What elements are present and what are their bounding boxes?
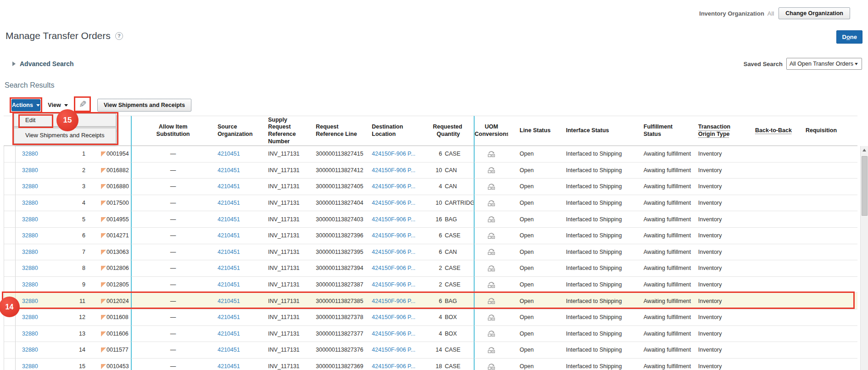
transfer-order-link[interactable]: 32880: [22, 216, 38, 223]
column-header-fulfillment-status[interactable]: Fulfillment Status: [640, 116, 696, 146]
source-organization-link[interactable]: 4210451: [218, 314, 240, 320]
cell-row-selector[interactable]: [4, 260, 16, 277]
column-header-supply-request-reference-number[interactable]: Supply Request Reference Number: [267, 116, 314, 146]
transfer-order-link[interactable]: 32880: [22, 183, 38, 190]
destination-location-link[interactable]: 424150F-906 P...: [372, 200, 415, 206]
transfer-order-link[interactable]: 32880: [22, 281, 38, 288]
cell-row-selector[interactable]: [4, 228, 16, 244]
source-organization-link[interactable]: 4210451: [218, 298, 240, 304]
column-header-allow-item-substitution[interactable]: Allow Item Substitution: [131, 116, 214, 146]
view-shipments-and-receipts-button[interactable]: View Shipments and Receipts: [97, 99, 191, 112]
uom-conversions-icon[interactable]: [487, 265, 495, 272]
cell-row-selector[interactable]: [4, 342, 16, 359]
source-organization-link[interactable]: 4210451: [218, 265, 240, 271]
table-row[interactable]: 3288070013063—4210451INV_117131300000113…: [4, 244, 857, 261]
source-organization-link[interactable]: 4210451: [218, 249, 240, 255]
source-organization-link[interactable]: 4210451: [218, 200, 240, 206]
column-header-transaction-origin-type[interactable]: Transaction Origin Type: [696, 116, 751, 146]
uom-conversions-icon[interactable]: [487, 183, 495, 190]
transfer-order-link[interactable]: 32880: [22, 265, 38, 271]
cell-row-selector[interactable]: [4, 244, 16, 261]
column-header-request-reference-line[interactable]: Request Reference Line: [314, 116, 370, 146]
column-header-uom-conversions[interactable]: UOM Conversions: [474, 116, 508, 146]
uom-conversions-icon[interactable]: [487, 297, 495, 304]
source-organization-link[interactable]: 4210451: [218, 232, 240, 239]
column-header-requested-quantity[interactable]: Requested Quantity: [421, 116, 474, 146]
destination-location-link[interactable]: 424150F-906 P...: [372, 331, 415, 337]
destination-location-link[interactable]: 424150F-906 P...: [372, 232, 415, 239]
advanced-search-toggle[interactable]: Advanced Search: [12, 60, 74, 67]
transfer-order-link[interactable]: 32880: [22, 200, 38, 206]
source-organization-link[interactable]: 4210451: [218, 347, 240, 353]
uom-conversions-icon[interactable]: [487, 363, 495, 370]
table-row[interactable]: 32880140011577—4210451INV_11713130000011…: [4, 342, 857, 359]
destination-location-link[interactable]: 424150F-906 P...: [372, 151, 415, 157]
cell-row-selector[interactable]: [4, 326, 16, 342]
source-organization-link[interactable]: 4210451: [218, 281, 240, 288]
source-organization-link[interactable]: 4210451: [218, 151, 240, 157]
column-header-line-status[interactable]: Line Status: [508, 116, 553, 146]
uom-conversions-icon[interactable]: [487, 330, 495, 337]
cell-row-selector[interactable]: [4, 179, 16, 195]
table-row[interactable]: 32880120011608—4210451INV_11713130000011…: [4, 309, 857, 326]
column-header-destination-location[interactable]: Destination Location: [370, 116, 421, 146]
uom-conversions-icon[interactable]: [487, 151, 495, 157]
source-organization-link[interactable]: 4210451: [218, 331, 240, 337]
destination-location-link[interactable]: 424150F-906 P...: [372, 298, 415, 304]
uom-conversions-icon[interactable]: [487, 281, 495, 288]
table-row[interactable]: 3288060014271—4210451INV_117131300000113…: [4, 228, 857, 244]
uom-conversions-icon[interactable]: [487, 347, 495, 353]
destination-location-link[interactable]: 424150F-906 P...: [372, 281, 415, 288]
actions-button[interactable]: Actions: [11, 99, 40, 111]
change-organization-button[interactable]: Change Organization: [778, 7, 850, 19]
cell-row-selector[interactable]: [4, 163, 16, 179]
table-row[interactable]: 3288040017500—4210451INV_117131300000113…: [4, 195, 857, 212]
destination-location-link[interactable]: 424150F-906 P...: [372, 183, 415, 190]
destination-location-link[interactable]: 424150F-906 P...: [372, 314, 415, 320]
table-row[interactable]: 32880130011606—4210451INV_11713130000011…: [4, 326, 857, 342]
done-button[interactable]: Done: [836, 30, 862, 44]
uom-conversions-icon[interactable]: [487, 314, 495, 321]
table-row[interactable]: 3288030016880—4210451INV_117131300000113…: [4, 179, 857, 195]
table-row[interactable]: 32880150010453—4210451INV_11713130000011…: [4, 359, 857, 370]
vertical-scrollbar[interactable]: [860, 146, 868, 370]
table-row[interactable]: 3288090012805—4210451INV_117131300000113…: [4, 277, 857, 293]
table-row[interactable]: 3288020016882—4210451INV_117131300000113…: [4, 163, 857, 179]
transfer-order-link[interactable]: 32880: [22, 232, 38, 239]
uom-conversions-icon[interactable]: [487, 200, 495, 207]
help-icon[interactable]: ?: [115, 32, 123, 40]
column-header-source-organization[interactable]: Source Organization: [214, 116, 267, 146]
destination-location-link[interactable]: 424150F-906 P...: [372, 216, 415, 223]
destination-location-link[interactable]: 424150F-906 P...: [372, 363, 415, 370]
column-header-back-to-back[interactable]: Back-to-Back: [751, 116, 801, 146]
cell-row-selector[interactable]: [4, 359, 16, 370]
source-organization-link[interactable]: 4210451: [218, 167, 240, 174]
transfer-order-link[interactable]: 32880: [22, 249, 38, 255]
table-row[interactable]: 32880110012024—4210451INV_11713130000011…: [4, 293, 857, 309]
table-row[interactable]: 3288050014955—4210451INV_117131300000113…: [4, 211, 857, 228]
transfer-order-link[interactable]: 32880: [22, 363, 38, 370]
destination-location-link[interactable]: 424150F-906 P...: [372, 167, 415, 174]
column-header-interface-status[interactable]: Interface Status: [553, 116, 640, 146]
transfer-order-link[interactable]: 32880: [22, 314, 38, 320]
saved-search-select[interactable]: All Open Transfer Orders ▼: [786, 58, 862, 70]
destination-location-link[interactable]: 424150F-906 P...: [372, 347, 415, 353]
transfer-order-link[interactable]: 32880: [22, 298, 38, 304]
destination-location-link[interactable]: 424150F-906 P...: [372, 265, 415, 271]
transfer-order-link[interactable]: 32880: [22, 331, 38, 337]
transfer-order-link[interactable]: 32880: [22, 347, 38, 353]
scrollbar-thumb[interactable]: [862, 156, 868, 216]
source-organization-link[interactable]: 4210451: [218, 363, 240, 370]
cell-row-selector[interactable]: [4, 195, 16, 212]
uom-conversions-icon[interactable]: [487, 248, 495, 255]
edit-button[interactable]: ✎: [76, 98, 89, 110]
cell-row-selector[interactable]: [4, 146, 16, 163]
uom-conversions-icon[interactable]: [487, 216, 495, 223]
transfer-order-link[interactable]: 32880: [22, 167, 38, 174]
table-row[interactable]: 3288080012806—4210451INV_117131300000113…: [4, 260, 857, 277]
column-header-requisition[interactable]: Requisition: [801, 116, 842, 146]
uom-conversions-icon[interactable]: [487, 232, 495, 239]
cell-row-selector[interactable]: [4, 277, 16, 293]
destination-location-link[interactable]: 424150F-906 P...: [372, 249, 415, 255]
uom-conversions-icon[interactable]: [487, 167, 495, 174]
